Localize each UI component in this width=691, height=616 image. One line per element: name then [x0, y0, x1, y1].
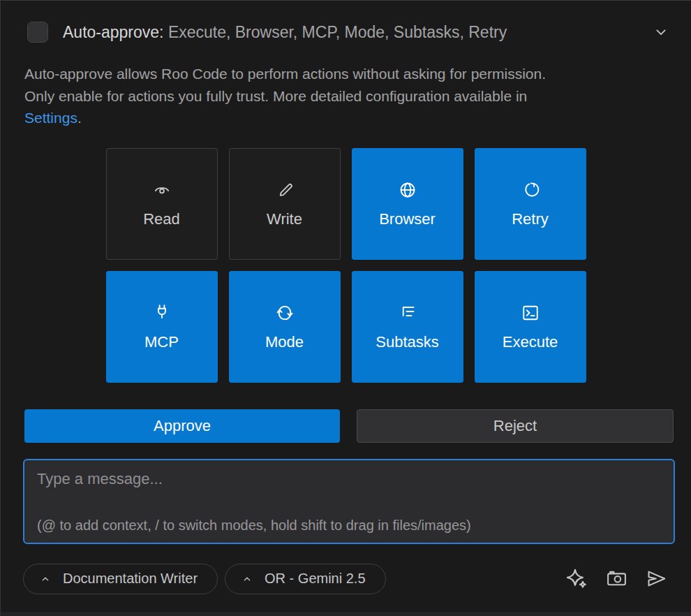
- toggle-label: Browser: [379, 210, 436, 228]
- auto-approve-title: Auto-approve: Execute, Browser, MCP, Mod…: [63, 23, 507, 42]
- toggle-label: Retry: [512, 210, 549, 228]
- message-composer[interactable]: (@ to add context, / to switch modes, ho…: [23, 459, 675, 544]
- sparkle-icon: [565, 567, 588, 590]
- list-tree-icon: [397, 302, 418, 323]
- toggle-mcp[interactable]: MCP: [106, 271, 218, 383]
- approve-button[interactable]: Approve: [24, 409, 340, 443]
- auto-approve-description: Auto-approve allows Roo Code to perform …: [24, 63, 670, 129]
- toggle-read[interactable]: Read: [106, 148, 218, 260]
- auto-approve-toggle-grid: Read Write Browser Retry: [106, 148, 586, 383]
- toggle-browser[interactable]: Browser: [352, 148, 463, 260]
- toggle-execute[interactable]: Execute: [475, 271, 586, 383]
- mode-selector-label: Documentation Writer: [63, 571, 198, 587]
- model-selector[interactable]: OR - Gemini 2.5: [225, 564, 385, 594]
- toggle-subtasks[interactable]: Subtasks: [352, 271, 463, 383]
- send-button[interactable]: [645, 567, 668, 590]
- plug-icon: [151, 302, 172, 323]
- terminal-icon: [520, 302, 541, 323]
- auto-approve-label: Auto-approve:: [63, 23, 163, 41]
- settings-period: .: [77, 110, 82, 126]
- eye-icon: [151, 179, 172, 200]
- message-textarea[interactable]: [37, 470, 661, 511]
- footer-icons: [565, 567, 668, 590]
- toggle-label: MCP: [144, 333, 179, 351]
- toggle-label: Mode: [265, 333, 304, 351]
- toggle-retry[interactable]: Retry: [475, 148, 586, 260]
- chevron-down-icon[interactable]: [652, 23, 670, 41]
- composer-hint: (@ to add context, / to switch modes, ho…: [37, 518, 471, 534]
- footer-bar: Documentation Writer OR - Gemini 2.5: [23, 564, 668, 594]
- globe-icon: [397, 179, 418, 200]
- pencil-icon: [274, 179, 295, 200]
- action-buttons: Approve Reject: [24, 409, 674, 443]
- toggle-label: Write: [267, 210, 302, 228]
- send-icon: [645, 567, 668, 590]
- toggle-mode[interactable]: Mode: [229, 271, 341, 383]
- chevron-up-icon: [242, 574, 253, 584]
- auto-approve-summary: Execute, Browser, MCP, Mode, Subtasks, R…: [168, 23, 507, 41]
- screenshot-button[interactable]: [605, 567, 628, 590]
- description-line-2: Only enable for actions you fully trust.…: [24, 85, 670, 108]
- model-selector-label: OR - Gemini 2.5: [265, 571, 365, 587]
- toggle-write[interactable]: Write: [229, 148, 341, 260]
- refresh-icon: [520, 179, 541, 200]
- camera-icon: [605, 567, 628, 590]
- description-line-1: Auto-approve allows Roo Code to perform …: [24, 63, 670, 85]
- toggle-label: Execute: [503, 333, 558, 351]
- mode-selector[interactable]: Documentation Writer: [23, 564, 218, 594]
- auto-approve-header[interactable]: Auto-approve: Execute, Browser, MCP, Mod…: [27, 22, 670, 43]
- toggle-label: Read: [143, 210, 180, 228]
- settings-link[interactable]: Settings: [24, 110, 77, 126]
- chevron-up-icon: [40, 574, 51, 584]
- sync-icon: [274, 302, 295, 323]
- description-line-3: Settings.: [24, 107, 670, 129]
- reject-button[interactable]: Reject: [357, 409, 674, 443]
- enhance-prompt-button[interactable]: [565, 567, 588, 590]
- bottom-divider: [1, 612, 691, 616]
- auto-approve-checkbox[interactable]: [27, 22, 48, 43]
- toggle-label: Subtasks: [376, 333, 439, 351]
